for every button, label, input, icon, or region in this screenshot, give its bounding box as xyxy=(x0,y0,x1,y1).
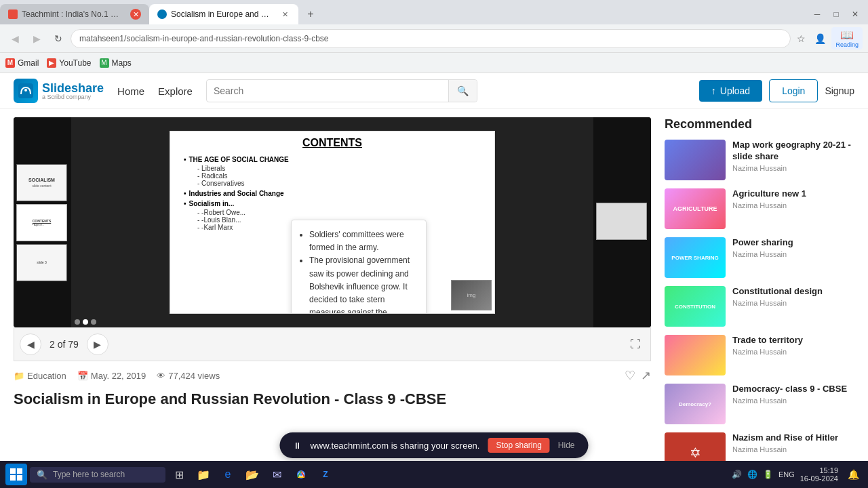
taskbar-explorer-2[interactable]: 📂 xyxy=(241,464,263,485)
taskbar-chrome[interactable] xyxy=(290,464,312,485)
rec-item-1[interactable]: Map work geography 20-21 - slide share N… xyxy=(665,140,854,180)
rec-thumb-1 xyxy=(665,140,726,180)
share-button[interactable]: ↗ xyxy=(641,368,651,383)
svg-rect-4 xyxy=(10,475,16,481)
taskbar-ie[interactable]: e xyxy=(217,464,239,485)
rec-thumb-5 xyxy=(665,335,726,375)
reading-mode-button[interactable]: 📖 Reading xyxy=(831,27,863,49)
page-content: Slideshare a Scribd company Home Explore… xyxy=(0,73,868,468)
slideshare-search: 🔍 xyxy=(206,79,477,102)
profile-icon[interactable]: 👤 xyxy=(812,31,827,46)
fullscreen-button[interactable]: ⛶ xyxy=(626,335,645,354)
taskbar-zoom[interactable]: Z xyxy=(315,464,336,485)
slide-dots xyxy=(75,319,96,325)
tab-close-socialism[interactable]: ✕ xyxy=(279,9,290,20)
rec-name-7: Nazism and Rise of Hitler xyxy=(732,432,854,444)
tab-socialism[interactable]: Socialism in Europe and Russia... ✕ xyxy=(149,4,298,24)
slide-title: Socialism in Europe and Russian Revoluti… xyxy=(14,390,651,409)
slide-dot-2[interactable] xyxy=(83,319,88,325)
network-icon: 🔊 xyxy=(732,470,742,479)
slide-controls: ◀ 2 of 79 ▶ ⛶ xyxy=(14,327,651,361)
rec-info-6: Democracy- class 9 - CBSE Nazima Hussain xyxy=(732,384,854,424)
taskbar-search[interactable]: 🔍 Type here to search xyxy=(30,467,165,483)
maximize-button[interactable]: □ xyxy=(829,7,844,22)
taskbar-mail[interactable]: ✉ xyxy=(266,464,288,485)
hide-sharing-button[interactable]: Hide xyxy=(558,441,575,450)
address-bar[interactable]: matahseen1/socialism-in-europe-and-russi… xyxy=(71,29,791,48)
taskbar-task-view[interactable]: ⊞ xyxy=(168,464,190,485)
bookmark-youtube[interactable]: ▶ YouTube xyxy=(47,58,91,68)
rec-item-6[interactable]: Democracy? Democracy- class 9 - CBSE Naz… xyxy=(665,384,854,424)
start-button[interactable] xyxy=(5,464,27,485)
slide-contents-title: CONTENTS xyxy=(170,137,494,149)
notification-button[interactable]: 🔔 xyxy=(844,465,863,484)
upload-button[interactable]: ↑ Upload xyxy=(699,80,762,102)
volume-icon: 🌐 xyxy=(747,470,757,479)
svg-rect-2 xyxy=(10,468,16,474)
next-slide-button[interactable]: ▶ xyxy=(87,333,108,355)
rec-author-1: Nazima Hussain xyxy=(732,164,854,172)
slide-left-panel: SOCIALISM slide content CONTENTS • Age o… xyxy=(14,117,71,327)
rec-name-3: Power sharing xyxy=(732,237,854,249)
slide-item-3: Socialism in... xyxy=(184,200,481,207)
slide-viewer[interactable]: SOCIALISM slide content CONTENTS • Age o… xyxy=(14,117,651,327)
slide-sub-liberals: Liberals xyxy=(197,165,481,172)
taskbar: 🔍 Type here to search ⊞ 📁 e 📂 ✉ Z 🔊 🌐 🔋 … xyxy=(0,461,868,488)
meta-views: 👁 77,424 views xyxy=(157,371,220,381)
search-input[interactable] xyxy=(207,81,448,100)
rec-name-1: Map work geography 20-21 - slide share xyxy=(732,140,854,163)
recommended-title: Recommended xyxy=(665,117,854,131)
mini-slide-3[interactable]: slide 3 xyxy=(16,244,67,281)
nav-explore[interactable]: Explore xyxy=(158,85,193,97)
back-button[interactable]: ◀ xyxy=(5,29,24,48)
signup-button[interactable]: Signup xyxy=(825,85,854,96)
screen-share-banner: ⏸ www.teachmint.com is sharing your scre… xyxy=(279,432,588,458)
minimize-button[interactable]: ─ xyxy=(810,7,825,22)
rec-author-7: Nazima Hussain xyxy=(732,445,854,453)
taskbar-icons: ⊞ 📁 e 📂 ✉ Z xyxy=(168,464,336,485)
bookmark-gmail[interactable]: M Gmail xyxy=(5,58,39,68)
slide-dot-3[interactable] xyxy=(91,319,96,325)
mini-slide-2[interactable]: CONTENTS • Age of... xyxy=(16,204,67,241)
slideshare-logo-main: Slideshare xyxy=(42,82,104,94)
rec-name-5: Trade to territory xyxy=(732,335,854,346)
rec-name-4: Constitutional design xyxy=(732,286,854,298)
slideshare-nav: Home Explore xyxy=(117,85,193,97)
search-button[interactable]: 🔍 xyxy=(448,80,477,102)
nav-bar: ◀ ▶ ↻ matahseen1/socialism-in-europe-and… xyxy=(0,24,868,53)
rec-item-3[interactable]: POWER SHARING Power sharing Nazima Hussa… xyxy=(665,237,854,278)
rec-item-5[interactable]: Trade to territory Nazima Hussain xyxy=(665,335,854,375)
mini-slide-1[interactable]: SOCIALISM slide content xyxy=(16,164,67,201)
slide-mini-right-1[interactable] xyxy=(596,203,647,240)
bookmark-maps[interactable]: M Maps xyxy=(100,58,132,68)
screen-share-message: www.teachmint.com is sharing your screen… xyxy=(310,441,479,451)
rec-item-4[interactable]: CONSTITUTION Constitutional design Nazim… xyxy=(665,286,854,327)
slide-dot-1[interactable] xyxy=(75,319,80,325)
rec-thumb-6: Democracy? xyxy=(665,384,726,424)
new-tab-button[interactable]: + xyxy=(301,5,320,24)
nav-home[interactable]: Home xyxy=(117,85,144,97)
slide-metadata: 📁 Education 📅 May. 22, 2019 👁 77,424 vie… xyxy=(14,361,651,390)
bookmark-star-icon[interactable]: ☆ xyxy=(793,31,808,46)
taskbar-system-tray: 🔊 🌐 🔋 ENG 15:19 16-09-2024 🔔 xyxy=(732,465,863,484)
close-button[interactable]: ✕ xyxy=(848,7,863,22)
login-button[interactable]: Login xyxy=(769,79,818,102)
tab-teachmint[interactable]: Teachmint : India's No.1 On... ✕ xyxy=(0,4,149,24)
rec-name-6: Democracy- class 9 - CBSE xyxy=(732,384,854,395)
taskbar-file-explorer[interactable]: 📁 xyxy=(193,464,214,485)
rec-thumb-3: POWER SHARING xyxy=(665,237,726,278)
taskbar-date-display: 16-09-2024 xyxy=(800,474,838,483)
tab-close-teachmint[interactable]: ✕ xyxy=(130,9,141,20)
stop-sharing-button[interactable]: Stop sharing xyxy=(488,438,549,453)
forward-button[interactable]: ▶ xyxy=(27,29,46,48)
folder-icon: 📁 xyxy=(14,371,24,381)
reload-button[interactable]: ↻ xyxy=(49,29,68,48)
prev-slide-button[interactable]: ◀ xyxy=(20,333,41,355)
header-actions: ↑ Upload Login Signup xyxy=(699,79,854,102)
slideshare-logo-icon xyxy=(14,79,38,103)
like-button[interactable]: ♡ xyxy=(625,368,635,383)
slideshare-logo[interactable]: Slideshare a Scribd company xyxy=(14,79,104,103)
youtube-icon: ▶ xyxy=(47,58,56,68)
rec-item-2[interactable]: AGRICULTURE Agriculture new 1 Nazima Hus… xyxy=(665,188,854,229)
rec-info-5: Trade to territory Nazima Hussain xyxy=(732,335,854,375)
